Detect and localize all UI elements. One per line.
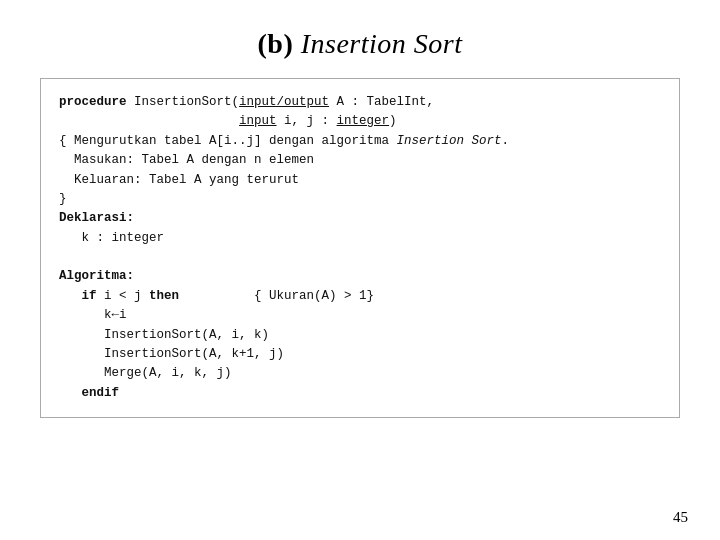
title-text: Insertion Sort [301, 28, 463, 59]
code-line-14: InsertionSort(A, k+1, j) [59, 345, 661, 364]
code-line-3: { Mengurutkan tabel A[i..j] dengan algor… [59, 132, 661, 151]
code-line-8: k : integer [59, 229, 661, 248]
code-line-10: Algoritma: [59, 267, 661, 286]
title-prefix: (b) [257, 28, 300, 59]
code-line-12: k←i [59, 306, 661, 325]
code-line-1: procedure InsertionSort(input/output A :… [59, 93, 661, 112]
code-line-16: endif [59, 384, 661, 403]
code-line-2: input i, j : integer) [59, 112, 661, 131]
code-line-9 [59, 248, 661, 267]
code-line-15: Merge(A, i, k, j) [59, 364, 661, 383]
code-line-6: } [59, 190, 661, 209]
code-line-5: Keluaran: Tabel A yang terurut [59, 171, 661, 190]
code-line-4: Masukan: Tabel A dengan n elemen [59, 151, 661, 170]
page-number: 45 [673, 509, 688, 526]
page-title: (b) Insertion Sort [0, 0, 720, 78]
code-line-13: InsertionSort(A, i, k) [59, 326, 661, 345]
code-box: procedure InsertionSort(input/output A :… [40, 78, 680, 418]
code-line-11: if i < j then { Ukuran(A) > 1} [59, 287, 661, 306]
code-line-7: Deklarasi: [59, 209, 661, 228]
